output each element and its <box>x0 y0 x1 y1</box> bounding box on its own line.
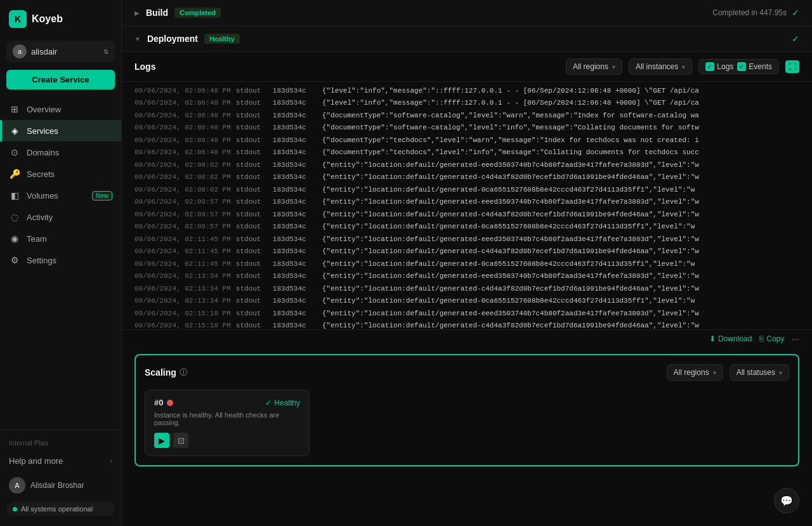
log-line: 09/06/2024, 02:09:57 PM stdout 183d534c … <box>122 196 812 209</box>
log-message: {"level":"info","message":"::ffff:127.0.… <box>322 86 699 96</box>
sidebar-item-team[interactable]: ◉ Team <box>0 228 121 249</box>
log-timestamp: 09/06/2024, 02:15:18 PM <box>134 308 231 319</box>
instance-header: #0 ✓ Healthy <box>154 398 300 407</box>
overview-icon: ⊞ <box>9 104 20 114</box>
log-line: 09/06/2024, 02:11:45 PM stdout 183d534c … <box>122 258 812 270</box>
deployment-collapse-icon[interactable]: ▼ <box>134 36 141 43</box>
sidebar-item-services[interactable]: ◈ Services <box>0 120 121 141</box>
status-text: All systems operational <box>21 505 93 513</box>
info-icon[interactable]: ⓘ <box>180 367 187 378</box>
scaling-regions-filter[interactable]: All regions ▾ <box>667 364 723 381</box>
build-status-badge: Completed <box>174 8 221 18</box>
log-line: 09/06/2024, 02:11:45 PM stdout 183d534c … <box>122 233 812 246</box>
scaling-title: Scaling ⓘ <box>145 367 660 378</box>
sidebar-item-volumes[interactable]: ◧ Volumes New <box>0 185 121 206</box>
systems-status: All systems operational <box>6 502 115 516</box>
instance-status-label: Healthy <box>274 398 300 407</box>
plan-label: Internal Plan <box>0 435 121 450</box>
instance-card: #0 ✓ Healthy Instance is healthy. All he… <box>145 390 310 456</box>
help-and-more-button[interactable]: Help and more › <box>0 450 121 471</box>
status-dot-icon <box>13 507 17 511</box>
log-message: {"entity":"location:default/generated-c4… <box>322 209 699 220</box>
build-section: ▶ Build Completed Completed in 447.95s ✓ <box>122 0 812 26</box>
chat-button[interactable]: 💬 <box>774 488 799 513</box>
log-stream: stdout <box>236 209 268 220</box>
copy-icon: ⎘ <box>759 334 764 343</box>
scaling-section: Scaling ⓘ All regions ▾ All statuses ▾ #… <box>134 354 799 466</box>
log-stream: stdout <box>236 221 268 232</box>
log-line: 09/06/2024, 02:15:18 PM stdout 183d534c … <box>122 307 812 320</box>
instance-more-button[interactable]: ⊡ <box>173 433 188 448</box>
deployment-section: ▼ Deployment Healthy ✓ <box>122 26 812 52</box>
log-stream: stdout <box>236 135 268 146</box>
log-lines-container: 09/06/2024, 02:06:48 PM stdout 183d534c … <box>122 82 812 329</box>
build-collapse-icon[interactable]: ▶ <box>134 10 140 16</box>
log-stream: stdout <box>236 308 268 319</box>
deployment-status-badge: Healthy <box>204 34 240 44</box>
expand-logs-button[interactable]: ⛶ <box>785 60 799 73</box>
events-toggle[interactable]: ✓ Events <box>737 62 772 71</box>
log-line: 09/06/2024, 02:06:48 PM stdout 183d534c … <box>122 109 812 122</box>
log-stream: stdout <box>236 185 268 195</box>
sidebar-item-settings[interactable]: ⚙ Settings <box>0 249 121 271</box>
logs-title: Logs <box>134 62 560 72</box>
instance-status-dot <box>167 400 173 406</box>
log-message: {"documentType":"techdocs","level":"info… <box>322 147 699 158</box>
sidebar-item-label: Team <box>27 234 47 244</box>
log-timestamp: 09/06/2024, 02:06:48 PM <box>134 147 231 158</box>
log-timestamp: 09/06/2024, 02:08:02 PM <box>134 185 231 195</box>
logs-toggle[interactable]: ✓ Logs <box>705 62 733 71</box>
settings-icon: ⚙ <box>9 255 20 265</box>
account-selector[interactable]: a alisdair ⇅ <box>6 41 115 62</box>
log-id: 183d534c <box>273 221 317 232</box>
more-options-button[interactable]: ··· <box>792 334 799 344</box>
sidebar-item-secrets[interactable]: 🔑 Secrets <box>0 163 121 185</box>
download-button[interactable]: ⬇ Download <box>709 334 752 343</box>
log-message: {"documentType":"software-catalog","leve… <box>322 122 699 133</box>
instance-terminal-button[interactable]: ▶ <box>154 433 169 448</box>
logs-toggle-label: Logs <box>717 62 733 71</box>
log-stream: stdout <box>236 172 268 183</box>
logs-checkbox[interactable]: ✓ <box>705 62 714 71</box>
sidebar-item-label: Overview <box>27 105 61 114</box>
sidebar-item-label: Activity <box>27 213 53 222</box>
log-line: 09/06/2024, 02:06:48 PM stdout 183d534c … <box>122 97 812 110</box>
log-line: 09/06/2024, 02:11:45 PM stdout 183d534c … <box>122 246 812 258</box>
log-timestamp: 09/06/2024, 02:11:45 PM <box>134 259 231 270</box>
log-line: 09/06/2024, 02:06:48 PM stdout 183d534c … <box>122 122 812 135</box>
scaling-statuses-filter[interactable]: All statuses ▾ <box>730 364 789 381</box>
sidebar: K Koyeb a alisdair ⇅ Create Service ⊞ Ov… <box>0 0 122 526</box>
log-message: {"entity":"location:default/generated-0c… <box>322 185 695 195</box>
log-stream: stdout <box>236 197 268 207</box>
log-timestamp: 09/06/2024, 02:13:34 PM <box>134 284 231 294</box>
logo-icon: K <box>9 10 27 28</box>
sidebar-nav: ⊞ Overview ◈ Services ⊙ Domains 🔑 Secret… <box>0 98 121 430</box>
log-toggle-group: ✓ Logs ✓ Events <box>698 59 779 74</box>
sidebar-item-domains[interactable]: ⊙ Domains <box>0 141 121 163</box>
sidebar-item-activity[interactable]: ◌ Activity <box>0 206 121 228</box>
download-icon: ⬇ <box>709 334 716 343</box>
user-profile[interactable]: A Alisdair Broshar <box>0 471 121 499</box>
regions-filter[interactable]: All regions ▾ <box>566 58 622 75</box>
instances-filter[interactable]: All instances ▾ <box>629 58 692 75</box>
log-line: 09/06/2024, 02:08:02 PM stdout 183d534c … <box>122 159 812 171</box>
chevron-down-icon: ▾ <box>713 369 716 376</box>
main-content: ▶ Build Completed Completed in 447.95s ✓… <box>122 0 812 526</box>
help-label: Help and more <box>9 456 63 466</box>
log-stream: stdout <box>236 110 268 121</box>
log-id: 183d534c <box>273 147 317 158</box>
copy-button[interactable]: ⎘ Copy <box>759 334 784 343</box>
create-service-button[interactable]: Create Service <box>6 70 115 89</box>
log-stream: stdout <box>236 320 268 329</box>
log-id: 183d534c <box>273 234 317 245</box>
new-badge: New <box>92 191 112 201</box>
log-id: 183d534c <box>273 185 317 195</box>
log-line: 09/06/2024, 02:06:48 PM stdout 183d534c … <box>122 147 812 159</box>
log-stream: stdout <box>236 122 268 133</box>
events-checkbox[interactable]: ✓ <box>737 62 746 71</box>
build-title-row: ▶ Build Completed <box>134 8 221 18</box>
log-timestamp: 09/06/2024, 02:15:18 PM <box>134 320 231 329</box>
build-completed-info: Completed in 447.95s ✓ <box>712 8 799 18</box>
log-timestamp: 09/06/2024, 02:09:57 PM <box>134 221 231 232</box>
sidebar-item-overview[interactable]: ⊞ Overview <box>0 98 121 120</box>
